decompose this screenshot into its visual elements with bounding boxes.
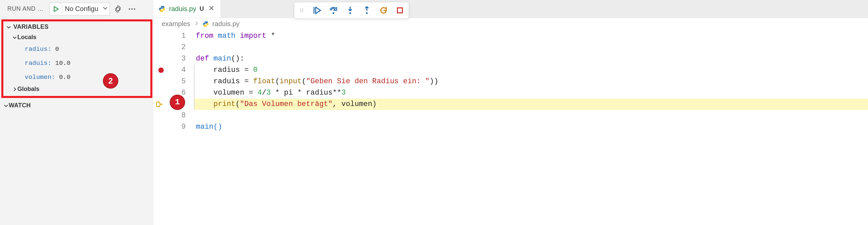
run-and-debug-title: RUN AND … [7, 5, 48, 12]
svg-point-3 [300, 9, 301, 10]
code-line[interactable]: def main(): [194, 53, 868, 64]
svg-point-0 [129, 8, 130, 9]
code-editor[interactable]: 1 2 3 4 5 6 7 8 9 1 from math import * d… [154, 30, 868, 225]
chevron-down-icon [3, 103, 9, 108]
code-content[interactable]: from math import * def main(): radius = … [194, 30, 868, 225]
breadcrumb-folder[interactable]: examples [162, 20, 190, 28]
start-debug-icon[interactable] [53, 6, 59, 12]
editor-area: raduis.py U examples [154, 0, 868, 225]
svg-point-4 [302, 9, 303, 10]
variable-value: 0.0 [59, 74, 70, 81]
watch-section-header[interactable]: WATCH [0, 98, 154, 109]
python-file-icon [203, 21, 209, 27]
line-number[interactable]: 9 [154, 121, 194, 133]
globals-header[interactable]: Globals [3, 84, 150, 94]
variable-row[interactable]: volumen: 0.0 [3, 70, 150, 84]
tab-filename: raduis.py [169, 5, 196, 13]
tab-dirty-indicator: U [199, 5, 204, 12]
variable-value: 10.0 [55, 59, 70, 67]
watch-label: WATCH [9, 102, 31, 109]
breakpoint-icon[interactable] [158, 67, 164, 73]
locals-header[interactable]: Locals [3, 32, 150, 42]
line-number[interactable]: 1 [154, 30, 194, 42]
code-line[interactable]: main() [194, 121, 868, 133]
line-number[interactable]: 4 [154, 64, 194, 76]
line-number[interactable]: 2 [154, 42, 194, 53]
svg-point-6 [302, 10, 303, 11]
variables-section-header[interactable]: VARIABLES [3, 21, 150, 32]
annotation-badge-1: 1 [170, 94, 185, 110]
svg-point-9 [333, 12, 334, 14]
step-out-icon[interactable] [363, 6, 371, 15]
code-line[interactable] [194, 110, 868, 121]
variable-name: raduis [25, 59, 48, 67]
chevron-down-icon [12, 35, 18, 40]
variables-label: VARIABLES [13, 23, 49, 30]
current-line-arrow-icon [156, 101, 163, 108]
code-line[interactable]: raduis = float(input("Geben Sie den Radi… [194, 76, 868, 87]
svg-point-8 [302, 11, 303, 12]
line-number[interactable]: 5 [154, 76, 194, 87]
annotation-badge-2: 2 [103, 73, 118, 89]
close-icon[interactable] [207, 4, 216, 14]
debug-config-selector[interactable]: No Configu [50, 3, 110, 16]
separator [62, 5, 62, 13]
more-icon[interactable] [126, 3, 138, 15]
restart-icon[interactable] [379, 6, 388, 15]
variable-name: radius [25, 46, 48, 53]
svg-point-7 [300, 11, 301, 12]
variable-name: volumen [25, 74, 52, 81]
svg-rect-12 [398, 8, 403, 13]
config-label: No Configu [65, 5, 101, 13]
code-line[interactable]: radius = 0 [194, 64, 868, 76]
chevron-down-icon[interactable] [101, 5, 108, 13]
breadcrumb-file[interactable]: raduis.py [213, 20, 240, 28]
code-line[interactable]: volumen = 4/3 * pi * radius**3 [194, 87, 868, 99]
svg-point-10 [349, 12, 351, 14]
step-over-icon[interactable] [329, 6, 338, 15]
code-line[interactable] [194, 42, 868, 53]
gear-icon[interactable] [112, 3, 124, 15]
run-header: RUN AND … No Configu [0, 0, 154, 18]
variable-row[interactable]: raduis: 10.0 [3, 56, 150, 70]
debug-sidebar: RUN AND … No Configu VARIABLES [0, 0, 154, 225]
code-line-current[interactable]: print("Das Volumen beträgt", volumen) [194, 99, 868, 110]
editor-tabbar: raduis.py U [154, 0, 868, 18]
step-into-icon[interactable] [346, 6, 354, 15]
editor-tab[interactable]: raduis.py U [154, 0, 221, 18]
variable-row[interactable]: radius: 0 [3, 42, 150, 56]
line-number[interactable]: 8 [154, 110, 194, 121]
svg-point-2 [134, 8, 135, 9]
stop-icon[interactable] [396, 6, 404, 15]
python-file-icon [158, 5, 166, 13]
line-number[interactable]: 3 [154, 53, 194, 64]
globals-label: Globals [18, 86, 39, 93]
continue-icon[interactable] [312, 6, 321, 15]
code-line[interactable]: from math import * [194, 30, 868, 42]
drag-handle-icon[interactable] [299, 8, 304, 13]
svg-point-5 [300, 10, 301, 11]
svg-point-11 [366, 12, 368, 14]
chevron-down-icon [6, 24, 11, 30]
svg-point-1 [131, 8, 133, 9]
breadcrumb[interactable]: examples raduis.py [154, 18, 868, 30]
gutter[interactable]: 1 2 3 4 5 6 7 8 9 1 [154, 30, 194, 225]
chevron-right-icon [194, 20, 199, 28]
variable-value: 0 [55, 46, 59, 53]
chevron-right-icon [12, 87, 18, 92]
locals-label: Locals [18, 34, 36, 41]
variables-highlight-box: VARIABLES Locals radius: 0 raduis: 10.0 … [1, 19, 152, 98]
debug-toolbar[interactable] [294, 2, 409, 19]
